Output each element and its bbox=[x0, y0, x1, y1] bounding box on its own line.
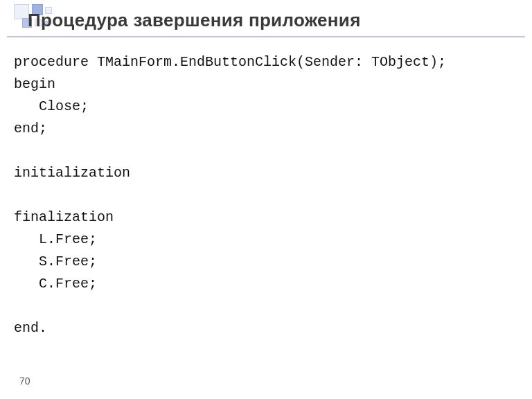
code-line: end; bbox=[14, 121, 47, 136]
code-line: Close; bbox=[14, 98, 89, 114]
code-line: end. bbox=[14, 320, 47, 336]
code-line: initialization bbox=[14, 165, 130, 181]
deco-square-icon bbox=[14, 4, 29, 19]
code-line: begin bbox=[14, 76, 55, 92]
title-underline bbox=[7, 36, 525, 37]
code-line: C.Free; bbox=[14, 276, 97, 292]
slide-title: Процедура завершения приложения bbox=[28, 10, 361, 31]
code-line: procedure TMainForm.EndButtonClick(Sende… bbox=[14, 54, 446, 70]
code-line: finalization bbox=[14, 209, 114, 225]
code-line: S.Free; bbox=[14, 254, 97, 269]
page-number: 70 bbox=[19, 375, 30, 387]
code-line: L.Free; bbox=[14, 231, 97, 247]
code-block: procedure TMainForm.EndButtonClick(Sende… bbox=[14, 51, 446, 339]
